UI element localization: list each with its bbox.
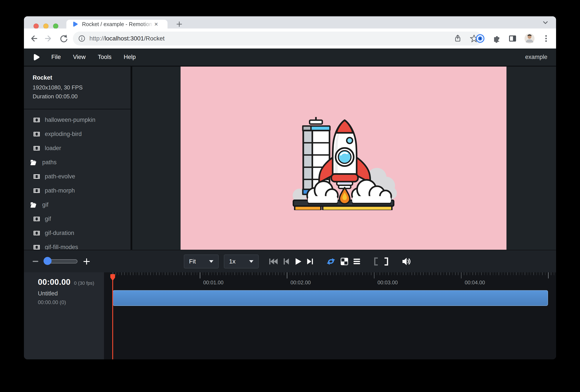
zoom-in-button[interactable] <box>83 258 90 265</box>
timeline-ruler[interactable]: 00:01.00 00:02.00 00:03.00 00:04.00 <box>104 272 556 288</box>
extensions-puzzle-icon[interactable] <box>492 34 501 43</box>
menu-view[interactable]: View <box>73 54 86 60</box>
film-icon <box>33 131 40 137</box>
traffic-lights <box>33 23 58 29</box>
reload-button[interactable] <box>58 33 68 43</box>
composition-item[interactable]: gif-fill-modes <box>24 240 131 250</box>
remotion-favicon <box>72 21 78 27</box>
film-icon <box>33 230 40 237</box>
url-text: http://localhost:3001/Rocket <box>89 35 165 42</box>
zoom-slider[interactable] <box>44 259 77 263</box>
preview-toolbar: Fit 1x <box>24 250 556 272</box>
close-window-button[interactable] <box>33 23 39 29</box>
set-in-point-button[interactable] <box>373 257 379 265</box>
project-name-label: example <box>525 54 547 60</box>
back-button[interactable] <box>29 33 39 43</box>
forward-button[interactable] <box>43 33 53 43</box>
zoom-slider-knob[interactable] <box>43 257 52 265</box>
preview-canvas-area <box>132 67 556 250</box>
transparency-toggle-button[interactable] <box>340 258 348 265</box>
film-icon <box>33 244 40 250</box>
size-fit-dropdown[interactable]: Fit <box>184 255 219 268</box>
menu-tools[interactable]: Tools <box>98 54 112 60</box>
film-icon <box>33 117 40 123</box>
profile-avatar[interactable] <box>524 33 535 44</box>
play-button[interactable] <box>294 257 302 265</box>
chevron-down-icon <box>209 260 213 263</box>
new-tab-button[interactable] <box>174 20 184 28</box>
ruler-label: 00:02.00 <box>290 279 311 286</box>
timeline-track-area[interactable]: 00:01.00 00:02.00 00:03.00 00:04.00 <box>104 272 556 359</box>
composition-item[interactable]: path-evolve <box>24 169 131 184</box>
rich-timeline-toggle-button[interactable] <box>353 258 360 265</box>
composition-item[interactable]: exploding-bird <box>24 127 131 141</box>
folder-item[interactable]: gif <box>24 198 131 212</box>
browser-menu-dots-icon[interactable] <box>542 34 550 43</box>
composition-item[interactable]: gif-duration <box>24 226 131 240</box>
tab-close-icon[interactable]: × <box>154 21 158 27</box>
previous-frame-icon <box>283 258 290 265</box>
loop-toggle-button[interactable] <box>326 257 336 266</box>
zoom-window-button[interactable] <box>53 23 58 29</box>
composition-item[interactable]: path-morph <box>24 184 131 198</box>
site-info-icon[interactable] <box>78 35 86 42</box>
current-timecode: 00:00.00 <box>38 277 70 287</box>
film-icon <box>33 187 40 194</box>
film-icon <box>33 216 40 222</box>
reload-icon <box>59 34 68 43</box>
main-content: Rocket 1920x1080, 30 FPS Duration 00:05.… <box>24 67 556 250</box>
url-omnibox[interactable]: http://localhost:3001/Rocket <box>73 31 482 45</box>
set-out-point-button[interactable] <box>384 257 389 265</box>
timeline-header: 00:00.00 0 (30 fps) Untitled 00:00.00 (0… <box>24 272 104 359</box>
tab-title: Rocket / example - Remotion P <box>82 21 154 27</box>
ruler-label: 00:03.00 <box>377 279 398 286</box>
remotion-menu-bar: File View Tools Help example <box>24 48 556 67</box>
open-folder-icon <box>30 201 37 209</box>
play-icon <box>294 257 302 265</box>
timeline-sequence-bar[interactable] <box>113 290 548 306</box>
browser-window: Rocket / example - Remotion P × <box>24 16 556 359</box>
folder-item[interactable]: paths <box>24 155 131 169</box>
tab-list-chevron-button[interactable] <box>542 19 549 26</box>
browser-tab[interactable]: Rocket / example - Remotion P × <box>66 20 167 28</box>
composition-item[interactable]: loader <box>24 141 131 155</box>
loop-icon <box>326 257 336 266</box>
composition-resolution: 1920x1080, 30 FPS <box>33 84 131 91</box>
compositions-sidebar: Rocket 1920x1080, 30 FPS Duration 00:05.… <box>24 67 131 250</box>
track-name: Untitled <box>38 290 58 297</box>
open-folder-icon <box>30 159 37 166</box>
share-icon[interactable] <box>454 34 462 43</box>
left-bracket-icon <box>373 257 379 265</box>
mute-toggle-button[interactable] <box>402 257 411 266</box>
menu-file[interactable]: File <box>51 54 61 60</box>
video-preview[interactable] <box>181 67 506 250</box>
chevron-down-icon <box>249 260 254 263</box>
side-panel-icon[interactable] <box>508 34 517 43</box>
composition-info: Rocket 1920x1080, 30 FPS Duration 00:05.… <box>24 67 131 110</box>
playhead-marker[interactable] <box>110 274 116 281</box>
speaker-icon <box>402 257 411 266</box>
chevron-down-icon <box>542 19 549 26</box>
composition-list: halloween-pumpkin exploding-bird loader … <box>24 110 131 250</box>
onepassword-extension-icon[interactable] <box>476 34 485 43</box>
remotion-logo-icon[interactable] <box>32 53 40 61</box>
menu-help[interactable]: Help <box>124 54 136 60</box>
checkerboard-icon <box>340 258 348 265</box>
minimize-window-button[interactable] <box>43 23 48 29</box>
composition-item[interactable]: gif <box>24 212 131 226</box>
zoom-out-button[interactable] <box>33 261 38 262</box>
jump-to-start-button[interactable] <box>269 258 278 265</box>
jump-to-end-button[interactable] <box>306 258 313 265</box>
playback-speed-dropdown[interactable]: 1x <box>224 255 259 268</box>
skip-to-end-icon <box>306 258 313 265</box>
ruler-label: 00:04.00 <box>465 279 485 286</box>
current-frame-label: 0 (30 fps) <box>74 280 94 286</box>
tab-strip: Rocket / example - Remotion P × <box>24 16 556 28</box>
playhead-line <box>112 274 113 359</box>
composition-item[interactable]: halloween-pumpkin <box>24 113 131 127</box>
film-icon <box>33 173 40 180</box>
film-icon <box>33 145 40 152</box>
right-bracket-icon <box>384 257 389 265</box>
plus-icon <box>176 21 182 27</box>
previous-frame-button[interactable] <box>283 258 290 265</box>
